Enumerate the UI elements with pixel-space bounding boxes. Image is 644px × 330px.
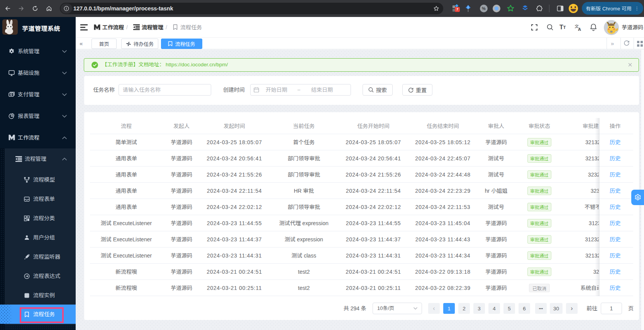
- svg-text:A: A: [578, 27, 581, 31]
